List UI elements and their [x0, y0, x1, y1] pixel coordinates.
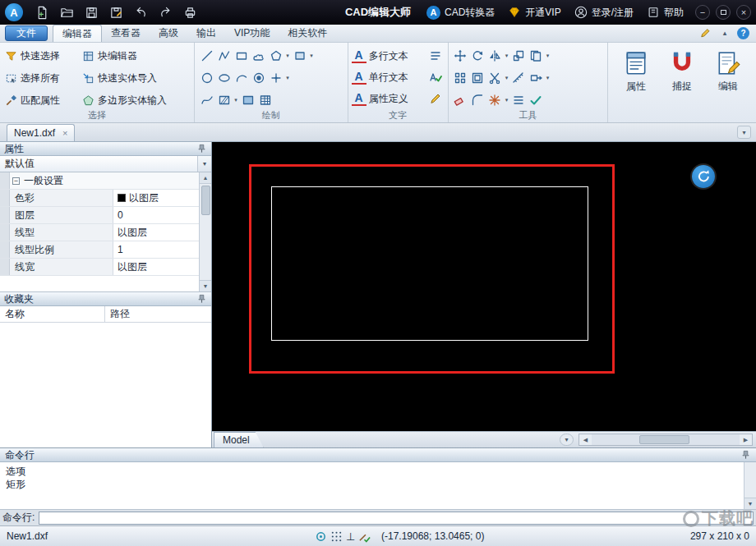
- rotate-tool-icon[interactable]: [469, 48, 486, 65]
- edit-text-icon[interactable]: [427, 90, 445, 108]
- new-file-button[interactable]: [30, 2, 54, 22]
- close-button[interactable]: ×: [736, 5, 751, 20]
- tab-advanced[interactable]: 高级: [150, 25, 187, 42]
- select-all-button[interactable]: 选择所有: [3, 71, 81, 86]
- circle-tool-icon[interactable]: [198, 70, 215, 87]
- quick-entity-import-button[interactable]: 快速实体导入: [81, 71, 191, 86]
- save-as-button[interactable]: [104, 2, 128, 22]
- scale-tool-icon[interactable]: [510, 48, 528, 65]
- spline-tool-icon[interactable]: [198, 92, 215, 109]
- maximize-button[interactable]: [716, 5, 731, 20]
- tab-output[interactable]: 输出: [187, 25, 225, 42]
- favorites-column-name[interactable]: 名称: [0, 306, 105, 322]
- scroll-down-icon[interactable]: ▼: [744, 498, 756, 509]
- scroll-right-icon[interactable]: ▶: [740, 434, 752, 445]
- region-dropdown-icon[interactable]: ▾: [308, 53, 315, 59]
- assistant-badge-button[interactable]: [692, 165, 715, 188]
- scrollbar-thumb[interactable]: [201, 186, 210, 215]
- tab-vip-features[interactable]: VIP功能: [225, 25, 279, 42]
- spell-check-icon[interactable]: [427, 69, 445, 86]
- snap-panel-button[interactable]: 捕捉: [662, 47, 702, 122]
- drawn-rectangle[interactable]: [271, 186, 588, 341]
- grid-toggle-icon[interactable]: [330, 530, 343, 543]
- arc-tool-icon[interactable]: [233, 70, 250, 87]
- ortho-toggle-icon[interactable]: ⊥: [346, 531, 355, 542]
- trim-tool-icon[interactable]: [486, 70, 504, 87]
- drawing-canvas[interactable]: [212, 142, 756, 431]
- tree-collapse-icon[interactable]: −: [12, 177, 20, 185]
- mirror-dropdown-icon[interactable]: ▾: [504, 53, 510, 59]
- favorites-list[interactable]: [0, 323, 211, 447]
- scroll-up-icon[interactable]: ▲: [200, 172, 211, 184]
- horizontal-scrollbar[interactable]: ◀ ▶: [579, 434, 753, 446]
- help-button[interactable]: ?: [737, 27, 749, 39]
- scroll-down-icon[interactable]: ▼: [200, 280, 211, 291]
- property-row-color[interactable]: 色彩 以图层: [0, 190, 199, 207]
- array-tool-icon[interactable]: [452, 70, 469, 87]
- open-vip-link[interactable]: 开通VIP: [502, 2, 566, 22]
- scrollbar-thumb[interactable]: [639, 435, 689, 444]
- ellipse-tool-icon[interactable]: [215, 70, 233, 87]
- line-tool-icon[interactable]: [198, 48, 215, 65]
- erase-tool-icon[interactable]: [452, 92, 469, 109]
- explode-tool-icon[interactable]: [486, 92, 504, 109]
- point-dropdown-icon[interactable]: ▾: [284, 75, 291, 81]
- polygon-entity-import-button[interactable]: 多边形实体输入: [81, 93, 191, 108]
- property-row-lineweight[interactable]: 线宽 以图层: [0, 259, 199, 276]
- hatch-dropdown-icon[interactable]: ▾: [233, 97, 239, 103]
- revision-cloud-tool-icon[interactable]: [250, 48, 267, 65]
- layer-list-icon[interactable]: [510, 92, 528, 109]
- pin-icon[interactable]: [740, 450, 751, 460]
- attribute-define-button[interactable]: A 属性定义: [352, 88, 445, 109]
- login-link[interactable]: 登录/注册: [569, 2, 639, 22]
- polygon-dropdown-icon[interactable]: ▾: [284, 53, 291, 59]
- print-button[interactable]: [177, 2, 202, 22]
- scrollbar-track[interactable]: [592, 434, 740, 445]
- gradient-tool-icon[interactable]: [239, 92, 256, 109]
- mtext-button[interactable]: A 多行文本: [352, 45, 445, 67]
- collapse-ribbon-button[interactable]: ▴: [718, 26, 731, 39]
- stretch-tool-icon[interactable]: [528, 70, 545, 87]
- minimize-button[interactable]: −: [695, 5, 710, 20]
- pin-icon[interactable]: [196, 294, 207, 304]
- edit-panel-button[interactable]: 编辑: [708, 47, 748, 122]
- model-tab[interactable]: Model: [214, 432, 264, 447]
- property-row-linetype-scale[interactable]: 线型比例 1: [0, 241, 199, 259]
- document-list-chevron-icon[interactable]: ▾: [737, 126, 751, 139]
- osnap-indicator-icon[interactable]: [315, 530, 327, 543]
- save-button[interactable]: [79, 2, 104, 22]
- favorites-column-path[interactable]: 路径: [105, 306, 211, 322]
- tab-viewer[interactable]: 查看器: [102, 25, 150, 42]
- region-tool-icon[interactable]: [291, 48, 308, 65]
- offset-tool-icon[interactable]: [469, 70, 486, 87]
- check-tool-icon[interactable]: [528, 92, 545, 109]
- match-properties-button[interactable]: 匹配属性: [3, 93, 81, 108]
- command-history[interactable]: 选项 矩形 ▼: [0, 462, 756, 509]
- redo-button[interactable]: [153, 2, 177, 22]
- property-row-layer[interactable]: 图层 0: [0, 207, 199, 224]
- cad-converter-link[interactable]: A CAD转换器: [421, 2, 500, 22]
- document-tab[interactable]: New1.dxf ×: [7, 124, 75, 141]
- undo-button[interactable]: [128, 2, 153, 22]
- help-link[interactable]: 帮助: [641, 2, 689, 22]
- command-input[interactable]: [39, 512, 754, 525]
- tab-related-software[interactable]: 相关软件: [279, 25, 336, 42]
- single-text-button[interactable]: A 单行文本: [352, 67, 445, 88]
- table-tool-icon[interactable]: [256, 92, 274, 109]
- fillet-tool-icon[interactable]: [469, 92, 486, 109]
- document-tab-close-icon[interactable]: ×: [62, 129, 67, 138]
- quick-select-button[interactable]: 快速选择: [3, 48, 81, 64]
- tab-editor[interactable]: 编辑器: [53, 25, 102, 42]
- block-editor-button[interactable]: 块编辑器: [81, 48, 191, 64]
- hatch-tool-icon[interactable]: [215, 92, 233, 109]
- polyline-tool-icon[interactable]: [215, 48, 233, 65]
- annotation-toggle-icon[interactable]: [358, 530, 371, 543]
- mirror-tool-icon[interactable]: [486, 48, 504, 65]
- rectangle-tool-icon[interactable]: [233, 48, 250, 65]
- pin-icon[interactable]: [196, 144, 207, 154]
- donut-tool-icon[interactable]: [250, 70, 267, 87]
- explode-dropdown-icon[interactable]: ▾: [504, 97, 510, 103]
- copy-tool-icon[interactable]: [528, 48, 545, 65]
- properties-panel-button[interactable]: 属性: [616, 47, 656, 122]
- property-row-linetype[interactable]: 线型 以图层: [0, 224, 199, 241]
